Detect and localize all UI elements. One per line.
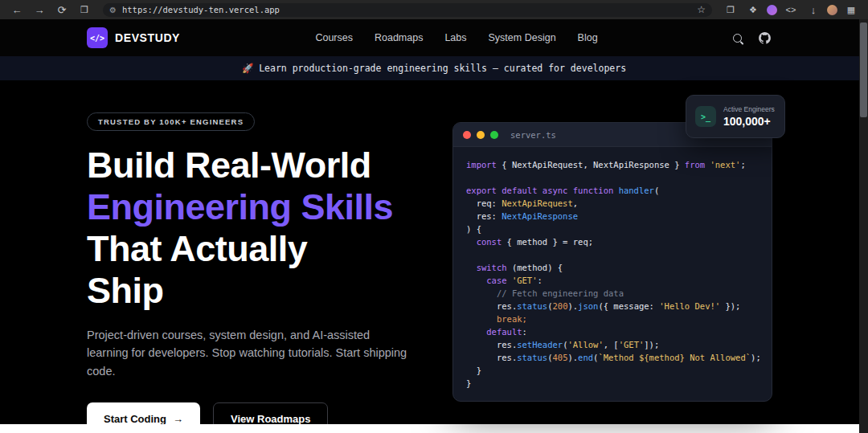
apps-menu-icon[interactable]: ▦ [842,2,860,18]
code-line: default: [466,325,759,338]
code-editor-card: server.ts import { NextApiRequest, NextA… [452,122,772,402]
announcement-text: 🚀 Learn production-grade engineering ski… [242,63,626,74]
hero-heading-line: Engineering Skills [87,186,440,228]
search-icon[interactable] [733,34,742,43]
next-section-strip [0,424,859,433]
download-icon[interactable]: ↓ [805,2,822,18]
code-line [466,248,759,261]
announcement-bar: 🚀 Learn production-grade engineering ski… [0,56,868,80]
github-logo [758,31,772,45]
extension-avatar-icon[interactable] [767,5,777,15]
github-icon[interactable] [758,31,772,45]
nav-item-courses[interactable]: Courses [315,32,353,43]
stat-value: 100,000+ [723,115,775,128]
code-line: res.setHeader('Allow', ['GET']); [466,338,759,351]
code-line: } [466,377,759,390]
code-lines: import { NextApiRequest, NextApiResponse… [453,147,772,401]
code-line: ) { [466,223,759,235]
stat-label: Active Engineers [723,105,775,113]
code-line: res: NextApiResponse [466,210,759,223]
hero-description: Project-driven courses, system design, a… [87,326,408,380]
hero-heading-line: Ship [87,270,440,312]
hero-heading-line: Build Real-World [87,145,440,186]
code-line: switch (method) { [466,261,759,274]
code-line: } [466,364,759,377]
address-bar[interactable]: ⚙ https://devstudy-ten.vercel.app ☆ [103,3,712,17]
extensions-icon[interactable]: ❖ [744,2,762,18]
logo-code-icon: </> [87,27,108,48]
site-logo[interactable]: </> DEVSTUDY [87,27,180,48]
nav-item-blog[interactable]: Blog [578,32,598,43]
page-scrollbar[interactable] [859,19,868,433]
side-panel-icon[interactable]: ❐ [722,2,739,18]
code-line: res.status(200).json({ message: 'Hello D… [466,300,759,312]
code-line: import { NextApiRequest, NextApiResponse… [466,158,759,171]
code-line: const { method } = req; [466,235,759,248]
active-engineers-card: >_ Active Engineers 100,000+ [686,95,785,138]
nav-item-labs[interactable]: Labs [444,32,466,43]
code-line: export default async function handler( [466,184,759,197]
close-dot-icon[interactable] [463,131,471,139]
code-line: res.status(405).end(`Method ${method} No… [466,351,759,364]
scrollbar-thumb[interactable] [860,22,867,117]
reload-button[interactable]: ⟳ [53,2,71,18]
main-nav: CoursesRoadmapsLabsSystem DesignBlog [315,32,597,43]
hero-heading: Build Real-WorldEngineering SkillsThat A… [87,145,440,312]
profile-avatar[interactable] [827,5,837,15]
trusted-badge: TRUSTED BY 100K+ ENGINEERS [87,112,255,131]
devtools-code-icon[interactable]: <> [782,2,800,18]
code-line [466,171,759,184]
minimize-dot-icon[interactable] [477,131,485,139]
back-button[interactable]: ← [8,2,26,18]
site-info-icon[interactable]: ⚙ [109,6,117,14]
maximize-dot-icon[interactable] [490,131,498,139]
browser-toolbar: ← → ⟳ ❒ ⚙ https://devstudy-ten.vercel.ap… [0,0,868,19]
reading-list-icon[interactable]: ❒ [76,2,93,18]
code-line: // Fetch engineering data [466,287,759,300]
terminal-icon: >_ [695,106,716,127]
code-line: break; [466,312,759,325]
hero-heading-line: That Actually [87,228,440,270]
url-text[interactable]: https://devstudy-ten.vercel.app [122,5,691,14]
logo-text: DEVSTUDY [115,31,180,44]
code-filename: server.ts [510,130,556,140]
bookmark-star-icon[interactable]: ☆ [697,4,706,15]
site-header: </> DEVSTUDY CoursesRoadmapsLabsSystem D… [0,19,868,56]
code-line: case 'GET': [466,274,759,287]
nav-item-roadmaps[interactable]: Roadmaps [375,32,423,43]
code-line: req: NextApiRequest, [466,197,759,210]
forward-button[interactable]: → [31,2,48,18]
nav-item-system-design[interactable]: System Design [489,32,556,43]
